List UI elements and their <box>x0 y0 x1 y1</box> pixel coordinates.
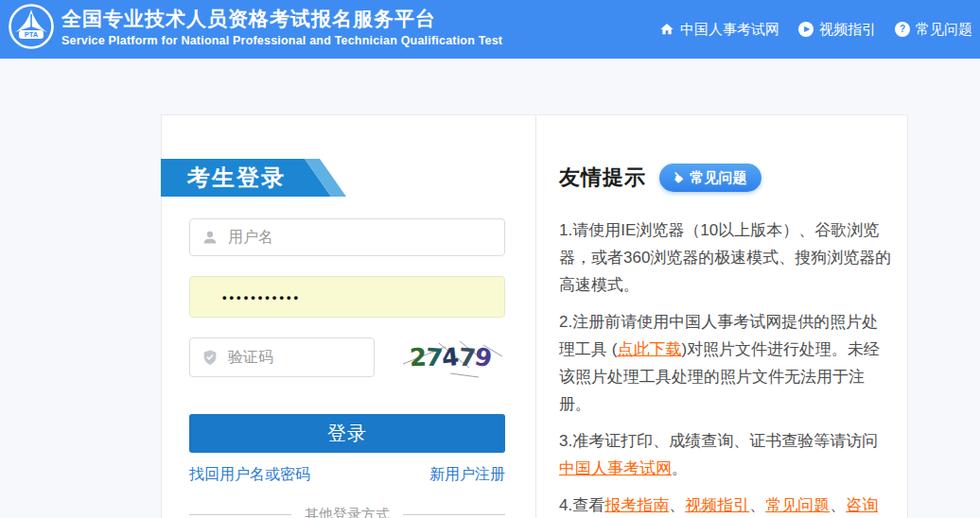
captcha-field <box>189 337 375 377</box>
other-login-divider: 其他登录方式 <box>189 506 505 518</box>
tip-link[interactable]: 报考指南 <box>604 496 669 514</box>
tip-item: 3.准考证打印、成绩查询、证书查验等请访问中国人事考试网。 <box>559 427 894 482</box>
divider-line <box>403 514 505 515</box>
page-title: 全国专业技术人员资格考试报名服务平台 <box>61 7 502 31</box>
pta-logo-icon: PTA <box>8 3 55 50</box>
user-icon <box>201 229 219 246</box>
main-card: 考生登录 27479 登录 找回用户名或 <box>161 114 908 518</box>
captcha-image[interactable]: 27479 <box>394 336 507 379</box>
login-button[interactable]: 登录 <box>189 414 505 453</box>
captcha-digit: 9 <box>473 344 493 371</box>
nav-label: 常见问题 <box>916 21 972 39</box>
nav-label: 视频指引 <box>819 21 876 39</box>
pointing-hand-icon: ☚ <box>667 167 688 188</box>
faq-pill-button[interactable]: ☚ 常见问题 <box>659 164 761 192</box>
question-circle-icon: ? <box>895 22 910 37</box>
login-panel: 考生登录 27479 登录 找回用户名或 <box>162 115 535 518</box>
tip-link[interactable]: 点此下载 <box>617 340 681 358</box>
tip-item: 4.查看报考指南、视频指引、常见问题、咨询电话。 <box>559 492 894 518</box>
login-links: 找回用户名或密码 新用户注册 <box>189 465 505 485</box>
username-field <box>189 218 505 256</box>
captcha-digit: 4 <box>441 344 460 371</box>
play-circle-icon: ▶ <box>798 22 814 37</box>
home-icon <box>659 22 674 37</box>
other-login-label: 其他登录方式 <box>305 506 390 518</box>
nav-china-personnel-exam-site[interactable]: 中国人事考试网 <box>659 21 779 39</box>
username-input[interactable] <box>228 229 504 246</box>
captcha-digit: 2 <box>410 345 427 371</box>
tip-link[interactable]: 常见问题 <box>765 496 830 514</box>
tips-panel: 友情提示 ☚ 常见问题 1.请使用IE浏览器（10以上版本）、谷歌浏览器，或者3… <box>535 115 907 518</box>
password-field <box>189 276 505 318</box>
password-input[interactable] <box>190 290 504 304</box>
tip-link[interactable]: 视频指引 <box>685 496 749 514</box>
tips-header: 友情提示 ☚ 常见问题 <box>559 164 761 192</box>
divider-line <box>189 514 291 515</box>
nav-label: 中国人事考试网 <box>680 21 779 39</box>
tip-link[interactable]: 中国人事考试网 <box>559 459 672 477</box>
register-link[interactable]: 新用户注册 <box>429 465 505 485</box>
page-subtitle: Service Platform for National Profession… <box>61 34 502 47</box>
login-panel-ribbon: 考生登录 <box>161 159 359 197</box>
header-nav: 中国人事考试网 ▶ 视频指引 ? 常见问题 <box>659 0 972 59</box>
nav-faq[interactable]: ? 常见问题 <box>895 21 972 39</box>
tips-title: 友情提示 <box>559 164 646 192</box>
tip-item: 1.请使用IE浏览器（10以上版本）、谷歌浏览器，或者360浏览器的极速模式、搜… <box>559 216 894 299</box>
captcha-input[interactable] <box>228 349 374 366</box>
faq-pill-label: 常见问题 <box>690 169 746 187</box>
svg-text:PTA: PTA <box>25 30 39 39</box>
login-panel-title: 考生登录 <box>161 159 359 197</box>
tips-list: 1.请使用IE浏览器（10以上版本）、谷歌浏览器，或者360浏览器的极速模式、搜… <box>559 216 894 518</box>
forgot-credentials-link[interactable]: 找回用户名或密码 <box>189 465 310 485</box>
tip-item: 2.注册前请使用中国人事考试网提供的照片处理工具 (点此下载)对照片文件进行处理… <box>559 308 894 418</box>
app-header: PTA 全国专业技术人员资格考试报名服务平台 Service Platform … <box>0 0 980 59</box>
nav-video-guide[interactable]: ▶ 视频指引 <box>798 21 876 39</box>
shield-check-icon <box>201 349 219 366</box>
